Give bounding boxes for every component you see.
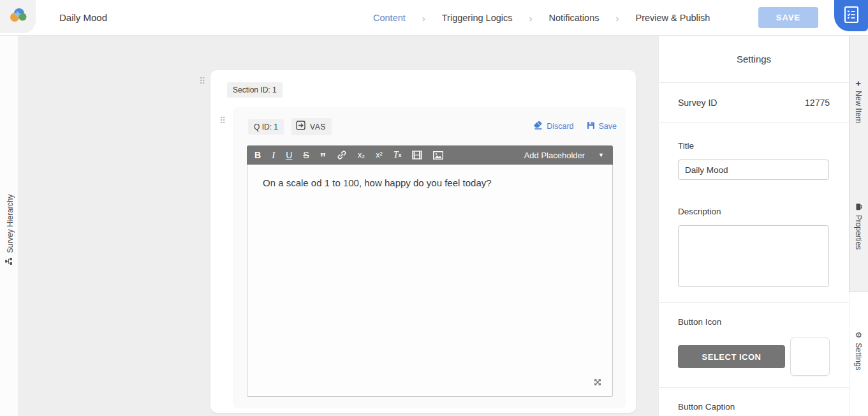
settings-tab-label: Settings [854, 343, 863, 370]
clear-formatting-t: T [394, 151, 399, 160]
tab-notifications[interactable]: Notifications [548, 13, 599, 23]
question-badges: Q ID: 1 VAS [248, 118, 332, 135]
question-type-badge: VAS [291, 118, 332, 135]
checklist-icon [844, 6, 858, 25]
nav-separator-icon: › [615, 13, 619, 23]
button-icon-label: Button Icon [678, 317, 830, 327]
settings-panel-title: Settings [659, 36, 849, 83]
section-drag-handle[interactable]: ⠿ [199, 77, 205, 85]
question-drag-handle[interactable]: ⠿ [219, 116, 226, 125]
question-actions: Discard Save [533, 121, 617, 131]
discard-button[interactable]: Discard [533, 121, 573, 131]
blockquote-button[interactable]: ” [320, 151, 327, 163]
video-button[interactable] [412, 151, 422, 160]
clear-formatting-x: x [398, 152, 401, 158]
description-textarea[interactable] [678, 225, 829, 287]
bold-button[interactable]: B [254, 151, 261, 160]
add-placeholder-button[interactable]: Add Placeholder [524, 151, 585, 160]
survey-id-value: 12775 [805, 98, 830, 108]
plus-icon: + [853, 81, 864, 86]
title-field-group: Title [659, 123, 849, 180]
question-id-badge: Q ID: 1 [248, 119, 284, 135]
button-caption-group: Button Caption [659, 388, 849, 412]
eraser-icon [533, 121, 543, 131]
underline-button[interactable]: U [286, 151, 292, 160]
nav-separator-icon: › [422, 13, 425, 23]
settings-panel: Settings Survey ID 12775 Title Descripti… [658, 36, 849, 416]
tab-triggering-logics[interactable]: Triggering Logics [442, 13, 513, 23]
expand-editor-icon[interactable] [592, 376, 603, 390]
superscript-button[interactable]: x² [376, 151, 382, 160]
survey-id-row: Survey ID 12775 [659, 83, 849, 123]
question-type-label: VAS [310, 123, 326, 131]
nav-separator-icon: › [529, 13, 532, 23]
tab-preview-publish[interactable]: Preview & Publish [635, 13, 710, 23]
new-item-tab[interactable]: + New Item [853, 81, 864, 123]
survey-canvas: ⠿ Section ID: 1 ⠿ Q ID: 1 VAS [19, 36, 658, 416]
question-save-button[interactable]: Save [587, 121, 617, 131]
select-icon-button[interactable]: SELECT ICON [678, 345, 785, 368]
description-field-group: Description [659, 180, 849, 303]
clear-formatting-button[interactable]: Tx [394, 151, 402, 160]
editor-content-area[interactable]: On a scale od 1 to 100, how happy do you… [247, 165, 613, 397]
survey-id-label: Survey ID [678, 98, 717, 108]
properties-tab[interactable]: Properties [854, 204, 863, 250]
section-card: Section ID: 1 ⠿ Q ID: 1 VAS [210, 70, 636, 413]
italic-button[interactable]: I [272, 151, 275, 160]
button-icon-group: Button Icon SELECT ICON [659, 303, 849, 388]
floppy-icon [587, 121, 595, 131]
image-button[interactable] [433, 151, 443, 160]
strikethrough-button[interactable]: S [303, 151, 309, 160]
button-icon-row: SELECT ICON [678, 338, 830, 376]
rich-text-editor: B I U S ” [247, 145, 613, 397]
left-rail: Survey Hierarchy [0, 36, 19, 416]
question-save-label: Save [599, 122, 617, 131]
brain-logo-icon [8, 7, 27, 26]
properties-icon [854, 204, 863, 211]
question-type-icon [296, 121, 305, 133]
new-item-label: New Item [854, 91, 863, 123]
right-rail-upper [849, 36, 868, 292]
page-title: Daily Mood [59, 0, 107, 36]
hierarchy-icon [4, 258, 14, 265]
question-card: Q ID: 1 VAS [233, 107, 626, 408]
title-field-label: Title [678, 141, 830, 151]
gear-icon: ⚙ [854, 331, 863, 338]
discard-label: Discard [547, 122, 573, 131]
save-survey-button[interactable]: SAVE [758, 7, 818, 28]
right-rail: + New Item Properties ⚙ Settings [849, 36, 868, 416]
add-placeholder-caret-icon[interactable]: ▼ [598, 152, 604, 158]
button-caption-label: Button Caption [678, 402, 830, 412]
survey-list-button[interactable] [834, 0, 868, 31]
section-id-badge: Section ID: 1 [227, 82, 283, 98]
properties-label: Properties [854, 215, 863, 250]
question-text[interactable]: On a scale od 1 to 100, how happy do you… [263, 177, 492, 188]
survey-hierarchy-label: Survey Hierarchy [5, 194, 14, 253]
description-field-label: Description [678, 207, 830, 216]
title-input[interactable] [678, 160, 829, 180]
tab-content[interactable]: Content [373, 13, 406, 23]
app-logo[interactable] [0, 0, 36, 33]
settings-tab[interactable]: ⚙ Settings [854, 331, 863, 370]
app-root: Daily Mood Content › Triggering Logics ›… [0, 0, 868, 416]
link-button[interactable] [337, 150, 347, 160]
button-icon-preview[interactable] [790, 338, 830, 376]
wizard-nav: Content › Triggering Logics › Notificati… [373, 0, 710, 36]
topbar: Daily Mood Content › Triggering Logics ›… [0, 0, 868, 36]
survey-hierarchy-tab[interactable]: Survey Hierarchy [4, 194, 14, 265]
subscript-button[interactable]: x₂ [358, 151, 365, 160]
editor-toolbar: B I U S ” [247, 145, 613, 165]
